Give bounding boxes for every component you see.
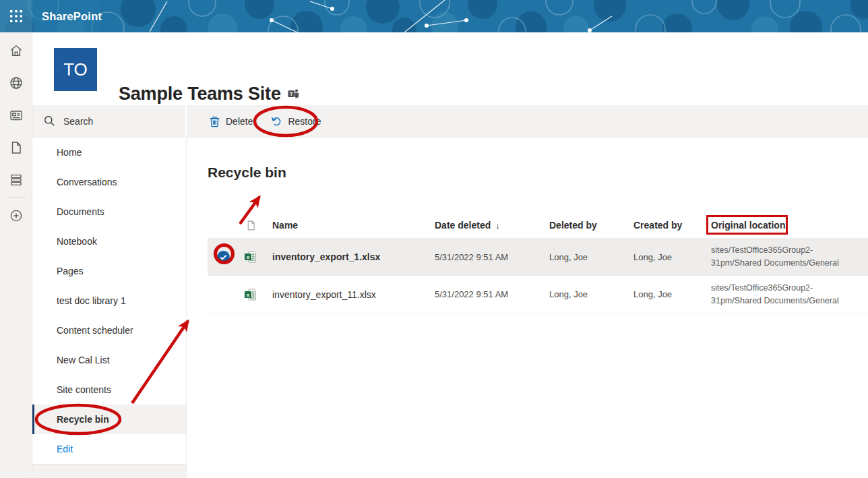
home-icon[interactable] (0, 34, 32, 67)
recycle-bin-table: Name Date deleted ↓ Deleted by Created b… (208, 212, 868, 313)
checked-circle-icon (216, 250, 230, 264)
created-by: Long, Joe (627, 289, 704, 299)
news-icon[interactable] (0, 99, 32, 131)
add-icon[interactable] (0, 200, 32, 232)
original-location: sites/TestOffice365Group2-31pm/Shared Do… (704, 244, 868, 270)
restore-icon (270, 115, 282, 127)
rail-divider (7, 198, 25, 198)
main-content: Recycle bin Name Date deleted ↓ Deleted … (187, 138, 868, 478)
file-icon (245, 219, 257, 232)
sidebar-nav: Home Conversations Documents Notebook Pa… (32, 138, 187, 478)
toolbar: Delete Restore (188, 105, 321, 137)
site-header: TO Sample Teams Site T Private group (32, 32, 868, 105)
original-location: sites/TestOffice365Group2-31pm/Shared Do… (704, 282, 868, 307)
sidebar-item-documents[interactable]: Documents (32, 197, 186, 227)
sharepoint-page: SharePoint (0, 0, 868, 478)
excel-file-icon: x (239, 288, 263, 301)
delete-label: Delete (226, 116, 253, 127)
restore-button[interactable]: Restore (270, 115, 321, 127)
search-input[interactable] (63, 116, 178, 127)
svg-text:x: x (247, 291, 250, 297)
library-icon[interactable] (0, 164, 32, 196)
sidebar-item-conversations[interactable]: Conversations (32, 167, 186, 197)
app-launcher-button[interactable] (0, 0, 32, 32)
waffle-icon (10, 10, 22, 22)
document-icon[interactable] (0, 131, 32, 164)
sidebar-item-notebook[interactable]: Notebook (32, 227, 186, 256)
site-title[interactable]: Sample Teams Site (119, 84, 281, 104)
sidebar-item-site-contents[interactable]: Site contents (32, 375, 186, 405)
date-deleted: 5/31/2022 9:51 AM (428, 289, 542, 299)
column-header-created-by[interactable]: Created by (627, 220, 704, 231)
created-by: Long, Joe (627, 252, 704, 262)
suite-bar: SharePoint (0, 0, 868, 32)
sidebar-footer (32, 464, 186, 478)
deleted-by: Long, Joe (542, 252, 627, 262)
left-rail (0, 32, 32, 478)
sort-descending-icon: ↓ (495, 220, 500, 231)
restore-label: Restore (288, 116, 321, 127)
sidebar-item-recycle-bin[interactable]: Recycle bin (32, 405, 186, 434)
delete-button[interactable]: Delete (209, 115, 253, 127)
sidebar-item-edit[interactable]: Edit (32, 434, 186, 464)
sidebar-item-test-doc-library-1[interactable]: test doc library 1 (32, 286, 186, 316)
sidebar-item-pages[interactable]: Pages (32, 256, 186, 286)
trash-icon (209, 115, 220, 127)
app-name[interactable]: SharePoint (42, 0, 102, 32)
table-row[interactable]: x inventory_export_11.xlsx 5/31/2022 9:5… (208, 276, 868, 313)
date-deleted: 5/31/2022 9:51 AM (428, 252, 542, 262)
column-header-date-deleted[interactable]: Date deleted ↓ (428, 220, 542, 231)
page-title: Recycle bin (208, 165, 286, 181)
row-checkbox-checked[interactable] (208, 250, 239, 264)
svg-text:x: x (247, 254, 250, 260)
banner-pattern (0, 0, 868, 32)
file-name[interactable]: inventory_export_1.xlsx (263, 251, 428, 262)
table-header-row: Name Date deleted ↓ Deleted by Created b… (208, 212, 868, 238)
table-row[interactable]: x inventory_export_1.xlsx 5/31/2022 9:51… (208, 238, 868, 276)
command-band: Delete Restore (32, 105, 868, 138)
file-type-column-header[interactable] (239, 219, 263, 232)
excel-file-icon: x (239, 250, 263, 264)
file-name[interactable]: inventory_export_11.xlsx (263, 289, 428, 300)
svg-text:T: T (290, 91, 293, 97)
sidebar-item-content-scheduler[interactable]: Content scheduler (32, 316, 186, 345)
deleted-by: Long, Joe (542, 289, 627, 299)
site-logo[interactable]: TO (54, 48, 97, 91)
column-header-original-location[interactable]: Original location (704, 220, 868, 231)
teams-icon: T (287, 88, 300, 100)
sidebar-item-home[interactable]: Home (32, 138, 186, 167)
search-icon (44, 115, 55, 127)
sidebar-item-new-cal-list[interactable]: New Cal List (32, 345, 186, 375)
column-header-name[interactable]: Name (263, 220, 428, 231)
search-box[interactable] (32, 105, 187, 137)
column-header-deleted-by[interactable]: Deleted by (542, 220, 627, 231)
globe-icon[interactable] (0, 67, 32, 99)
